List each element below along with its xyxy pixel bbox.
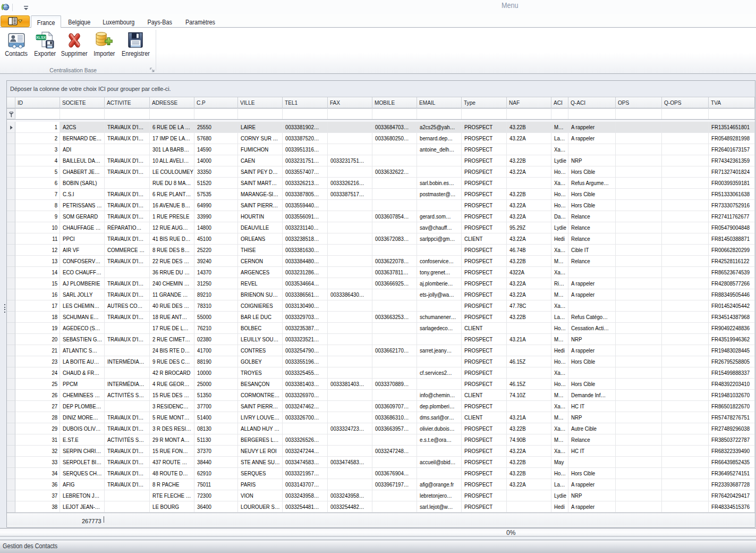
svg-text:XLSX: XLSX [36,35,46,40]
